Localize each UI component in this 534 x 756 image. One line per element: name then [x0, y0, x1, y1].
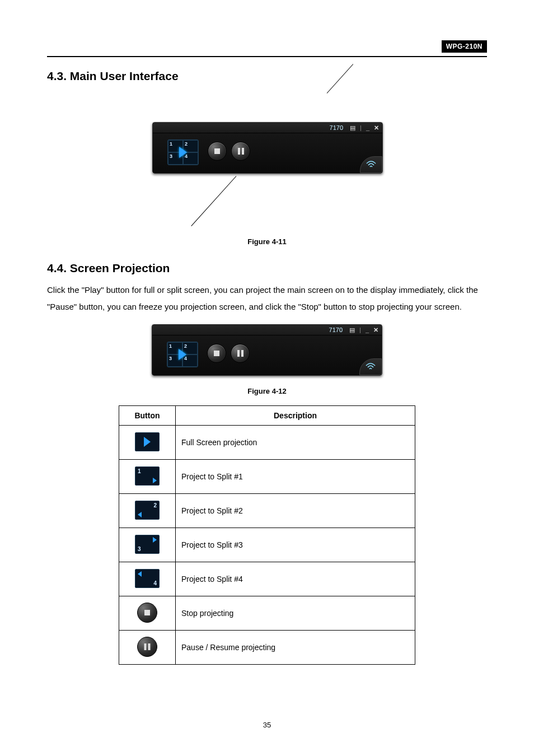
- table-desc: Full Screen projection: [176, 426, 415, 460]
- control-bar-titlebar: 7170 ▤ | _ ✕: [153, 123, 382, 133]
- wifi-indicator[interactable]: [359, 358, 382, 375]
- pause-icon: [137, 637, 157, 657]
- table-icon-full: [119, 426, 176, 460]
- stop-icon: [137, 603, 157, 623]
- split1-icon: 1: [135, 466, 160, 486]
- pause-button[interactable]: [231, 344, 250, 363]
- pause-button[interactable]: [231, 142, 250, 161]
- play-full-icon: [135, 432, 160, 451]
- header-rule: [47, 56, 487, 57]
- section-43-title: 4.3. Main User Interface: [47, 69, 487, 83]
- separator: |: [360, 124, 362, 131]
- table-row: 1 Project to Split #1: [119, 460, 415, 494]
- table-icon-pause: [119, 631, 176, 665]
- split4-icon: 4: [135, 569, 160, 588]
- close-button[interactable]: ✕: [373, 326, 378, 334]
- minimize-button[interactable]: _: [366, 124, 369, 131]
- leader-line: [191, 176, 236, 226]
- split-play-button[interactable]: 1 2 3 4: [167, 342, 198, 367]
- table-row: 3 Project to Split #3: [119, 528, 415, 562]
- wifi-icon: [366, 161, 376, 169]
- table-desc: Project to Split #3: [176, 528, 415, 562]
- figure-4-12-caption: Figure 4-12: [47, 387, 487, 395]
- table-icon-stop: [119, 596, 176, 631]
- table-row: Pause / Resume projecting: [119, 631, 415, 665]
- menu-icon[interactable]: ▤: [349, 326, 355, 334]
- stop-icon: [214, 351, 219, 356]
- close-button[interactable]: ✕: [374, 124, 379, 132]
- table-icon-split4: 4: [119, 562, 176, 596]
- table-row: Stop projecting: [119, 596, 415, 631]
- pause-icon: [238, 148, 244, 155]
- split-play-button[interactable]: 1 2 3 4: [167, 139, 199, 165]
- minimize-button[interactable]: _: [366, 326, 369, 333]
- table-row: 2 Project to Split #2: [119, 494, 415, 528]
- menu-icon[interactable]: ▤: [350, 124, 355, 132]
- play-icon: [179, 147, 187, 158]
- table-header-desc: Description: [176, 406, 415, 426]
- table-desc: Project to Split #2: [176, 494, 415, 528]
- figure-4-11-caption: Figure 4-11: [47, 237, 487, 246]
- table-desc: Project to Split #1: [176, 460, 415, 494]
- stop-icon: [214, 148, 220, 154]
- button-description-table: Button Description Full Screen projectio…: [119, 405, 415, 665]
- control-bar: 7170 ▤ | _ ✕ 1 2 3 4: [152, 122, 383, 174]
- table-desc: Project to Split #4: [176, 562, 415, 596]
- session-code: 7170: [329, 326, 343, 333]
- figure-4-12: 7170 ▤ | _ ✕ 1 2 3 4: [149, 324, 385, 378]
- section-44-title: 4.4. Screen Projection: [47, 262, 487, 275]
- stop-button[interactable]: [207, 344, 226, 363]
- wifi-icon: [366, 363, 376, 371]
- table-row: 4 Project to Split #4: [119, 562, 415, 596]
- table-desc: Stop projecting: [176, 596, 415, 631]
- play-icon: [179, 349, 186, 360]
- table-row: Full Screen projection: [119, 426, 415, 460]
- model-badge: WPG-210N: [442, 40, 487, 53]
- table-icon-split1: 1: [119, 460, 176, 494]
- page-number: 35: [0, 721, 534, 729]
- split2-icon: 2: [135, 501, 160, 520]
- control-bar: 7170 ▤ | _ ✕ 1 2 3 4: [152, 324, 382, 376]
- session-code: 7170: [330, 124, 343, 131]
- figure-4-11: 7170 ▤ | _ ✕ 1 2 3 4: [147, 92, 387, 221]
- section-44-body: Click the "Play" button for full or spli…: [47, 282, 487, 315]
- table-desc: Pause / Resume projecting: [176, 631, 415, 665]
- table-icon-split3: 3: [119, 528, 176, 562]
- table-icon-split2: 2: [119, 494, 176, 528]
- stop-button[interactable]: [208, 142, 227, 161]
- separator: |: [359, 326, 361, 333]
- wifi-indicator[interactable]: [360, 156, 382, 173]
- split3-icon: 3: [135, 535, 160, 554]
- control-bar-titlebar: 7170 ▤ | _ ✕: [152, 325, 382, 335]
- table-header-button: Button: [119, 406, 176, 426]
- pause-icon: [237, 350, 243, 357]
